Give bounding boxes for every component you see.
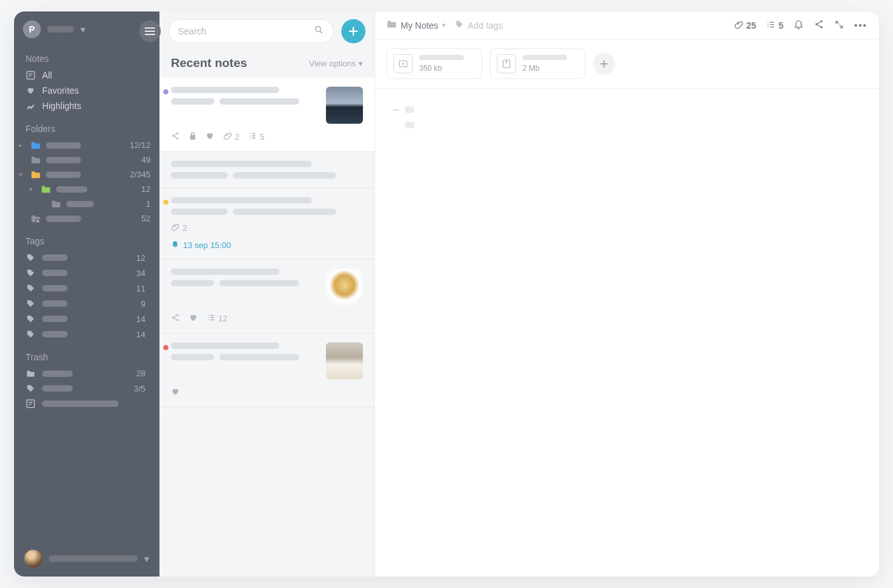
folder-icon — [41, 185, 51, 194]
attachment-card[interactable]: 2 Mb — [490, 48, 586, 79]
meta-value: 2 — [182, 223, 187, 233]
tag-icon — [26, 330, 36, 339]
attachment-name-placeholder — [522, 55, 567, 60]
trash-item[interactable]: 3/5 — [14, 381, 159, 396]
note-card[interactable]: 12 — [159, 260, 374, 334]
svg-point-4 — [316, 27, 321, 32]
tag-icon — [455, 20, 464, 31]
tag-item[interactable]: 12 — [14, 250, 159, 265]
folder-name-placeholder — [66, 201, 94, 207]
tag-name-placeholder — [42, 285, 68, 291]
nav-favorites[interactable]: Favorites — [14, 83, 159, 98]
expand-button[interactable] — [834, 20, 844, 31]
note-card[interactable]: 25 — [159, 78, 374, 152]
tag-item[interactable]: 14 — [14, 311, 159, 327]
reminder-text: 13 sep 15:00 — [183, 240, 231, 250]
attachment-card[interactable]: 350 kb — [387, 48, 482, 79]
chevron-down-icon: ▾ — [80, 24, 85, 36]
color-dot — [163, 200, 168, 205]
note-meta-clip: 2 — [171, 223, 187, 233]
note-card[interactable]: 213 sep 15:00 — [159, 188, 374, 260]
folder-item[interactable]: 1 — [14, 196, 159, 211]
folder-item[interactable]: ▾12 — [14, 182, 159, 196]
color-dot — [163, 89, 168, 94]
clip-icon — [171, 223, 180, 233]
search-box[interactable] — [168, 19, 334, 43]
sidebar-user-menu[interactable]: P ▾ — [14, 11, 159, 43]
sidebar: P ▾ Notes All Favorites Highlights Fol — [14, 11, 159, 577]
heart-icon — [171, 387, 180, 398]
share-icon — [171, 131, 180, 142]
folder-icon — [51, 200, 61, 209]
tag-icon — [26, 253, 36, 262]
trash-item[interactable]: 28 — [14, 366, 159, 381]
folder-name-placeholder — [46, 157, 81, 163]
caret-icon: ▾ — [29, 186, 36, 193]
folder-count: 12/12 — [129, 140, 153, 150]
notes-list-column: Recent notes View options ▾ 25213 sep 15… — [159, 11, 375, 577]
add-tags-button[interactable]: Add tags — [455, 20, 503, 31]
note-title-placeholder — [171, 161, 312, 167]
tag-item[interactable]: 9 — [14, 296, 159, 311]
section-title-folders: Folders — [14, 114, 159, 138]
folder-item[interactable]: 49 — [14, 152, 159, 167]
tag-name-placeholder — [42, 316, 68, 322]
note-meta-clip: 2 — [223, 131, 239, 142]
section-title-trash: Trash — [14, 342, 159, 366]
folder-item[interactable]: 52 — [14, 211, 159, 226]
sidebar-footer-account[interactable]: ▾ — [14, 541, 159, 577]
nav-highlights[interactable]: Highlights — [14, 98, 159, 114]
list-icon — [248, 131, 257, 142]
more-button[interactable]: ••• — [854, 20, 867, 31]
attachments-count-button[interactable]: 25 — [734, 20, 756, 31]
color-dot — [163, 345, 168, 350]
note-reminder: 13 sep 15:00 — [171, 240, 363, 250]
share-button[interactable] — [814, 19, 824, 31]
breadcrumb[interactable]: My Notes ▾ — [387, 20, 446, 31]
add-attachment-button[interactable] — [593, 53, 615, 75]
note-meta-heart — [171, 387, 180, 398]
checklist-count: 5 — [778, 20, 783, 31]
svg-rect-3 — [27, 400, 34, 408]
note-card[interactable] — [159, 152, 374, 188]
checklist-icon — [766, 20, 776, 31]
new-note-button[interactable] — [341, 19, 365, 43]
trash-count: 28 — [137, 369, 148, 378]
notes-list-title: Recent notes — [171, 56, 247, 70]
folder-count: 12 — [142, 184, 153, 194]
checklist-count-button[interactable]: 5 — [766, 20, 783, 31]
folder-item[interactable]: ▸12/12 — [14, 138, 159, 152]
bullet-line: – — [393, 104, 861, 115]
view-options-dropdown[interactable]: View options ▾ — [309, 59, 363, 68]
meta-value: 2 — [235, 132, 239, 142]
search-input[interactable] — [178, 26, 314, 36]
tag-name-placeholder — [42, 270, 68, 276]
note-card[interactable] — [159, 334, 374, 408]
note-text-placeholder — [171, 354, 214, 360]
tag-item[interactable]: 34 — [14, 265, 159, 281]
note-text-placeholder — [233, 209, 336, 215]
folder-item[interactable]: ▾2/345 — [14, 167, 159, 182]
bullet-dash-icon: – — [393, 104, 399, 115]
caret-icon: ▸ — [19, 142, 26, 149]
editor-body[interactable]: – – — [375, 89, 879, 146]
folder-icon — [26, 370, 36, 378]
note-text-placeholder — [171, 209, 228, 215]
plus-icon — [348, 26, 358, 36]
folder-icon — [31, 141, 41, 150]
sidebar-toggle-button[interactable] — [139, 20, 161, 42]
tag-item[interactable]: 11 — [14, 281, 159, 296]
expand-icon — [834, 20, 844, 31]
caret-icon: ▾ — [19, 171, 26, 178]
svg-point-2 — [37, 219, 38, 220]
trash-item[interactable] — [14, 396, 159, 411]
nav-all[interactable]: All — [14, 68, 159, 83]
nav-all-label: All — [42, 71, 52, 80]
tag-item[interactable]: 14 — [14, 327, 159, 342]
folder-icon — [31, 214, 41, 223]
bullet-line: – — [393, 119, 861, 131]
search-icon — [314, 25, 324, 38]
reminders-button[interactable] — [793, 19, 804, 31]
heart-icon — [189, 313, 198, 324]
tag-count: 14 — [137, 315, 148, 323]
